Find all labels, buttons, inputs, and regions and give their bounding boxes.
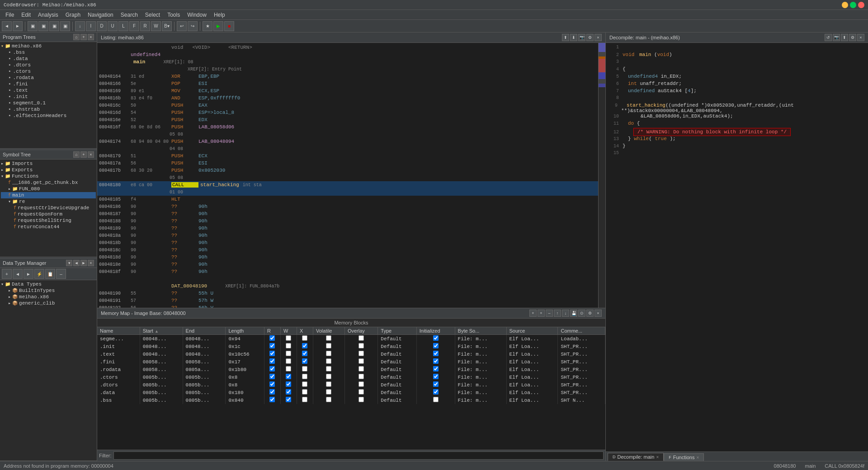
code-line-11[interactable]: 0804817b 68 30 20 PUSH 0x8052030: [97, 167, 598, 174]
code-line-16[interactable]: 08048189 90 ?? 90h: [97, 225, 598, 232]
tree-item-data[interactable]: ▪ .data: [1, 56, 96, 62]
toolbar-btn11[interactable]: R: [140, 21, 150, 31]
memory-btn5[interactable]: ↓: [562, 310, 569, 317]
decompile-close[interactable]: ×: [857, 34, 864, 41]
code-line-3[interactable]: 0804816b 83 e4 f0 AND ESP,0xfffffff0: [97, 94, 598, 102]
code-line-21[interactable]: 0804818e 90 ?? 90h: [97, 261, 598, 268]
listing-content[interactable]: void <VOID> <RETURN> undefined4 main XRE…: [97, 43, 598, 308]
memory-table-row[interactable]: .init08048...08048...0x1cDefaultFile: m.…: [97, 343, 605, 350]
code-line-18[interactable]: 0804818b 90 ?? 90h: [97, 239, 598, 246]
toolbar-btn8[interactable]: U: [108, 21, 118, 31]
code-line-10[interactable]: 0804817a 56 PUSH ESI: [97, 160, 598, 167]
memory-btn7[interactable]: ⊙: [578, 310, 585, 317]
toolbar-btn6[interactable]: I: [86, 21, 96, 31]
menu-analysis[interactable]: Analysis: [34, 11, 62, 19]
memory-btn3[interactable]: –: [546, 310, 553, 317]
functions-tab-close[interactable]: ×: [696, 455, 699, 460]
code-line-17[interactable]: 0804818a 90 ?? 90h: [97, 232, 598, 239]
dtm-item-datatypes[interactable]: ▾ 📁 Data Types: [1, 281, 96, 287]
menu-edit[interactable]: Edit: [18, 11, 34, 19]
memory-table-row[interactable]: .fini08058...08058...0x17DefaultFile: m.…: [97, 358, 605, 366]
listing-snapshot[interactable]: 📷: [578, 34, 585, 41]
col-length[interactable]: Length: [226, 327, 264, 335]
menu-navigation[interactable]: Navigation: [84, 11, 117, 19]
symbol-func-main[interactable]: f main: [1, 192, 96, 198]
dtm-toolbar-btn5[interactable]: 📋: [45, 269, 55, 279]
toolbar-btn9[interactable]: L: [118, 21, 128, 31]
menu-select[interactable]: Select: [142, 11, 164, 19]
menu-help[interactable]: Help: [210, 11, 229, 19]
code-line-20[interactable]: 0804818d 90 ?? 90h: [97, 254, 598, 261]
code-line-0[interactable]: 08048164 31 ed XOR EBP,EBP: [97, 73, 598, 80]
listing-settings[interactable]: ⚙: [586, 34, 594, 41]
symbol-func-re[interactable]: ▾ 📁 re: [1, 198, 96, 205]
memory-filter-input[interactable]: [113, 451, 604, 460]
memory-close[interactable]: ×: [594, 310, 602, 317]
menu-search[interactable]: Search: [117, 11, 142, 19]
memory-content[interactable]: Name Start ▲ End Length R W X Volatile O…: [97, 327, 605, 450]
code-line-4[interactable]: 0804816c 50 PUSH EAX: [97, 102, 598, 109]
tree-item-bss[interactable]: ▪ .bss: [1, 49, 96, 56]
toolbar-btn4[interactable]: ▣: [60, 21, 70, 31]
dtm-btn3[interactable]: ►: [80, 260, 87, 266]
memory-table-row[interactable]: segme...08048...08048...0x94DefaultFile:…: [97, 335, 605, 343]
col-initialized[interactable]: Initialized: [416, 327, 455, 335]
code-line-5[interactable]: 0804816d 54 PUSH ESP=>local_8: [97, 109, 598, 116]
col-name[interactable]: Name: [97, 327, 140, 335]
memory-table-row[interactable]: .ctors0805b...0805b...0x8DefaultFile: m.…: [97, 373, 605, 381]
memory-btn8[interactable]: ⚙: [586, 310, 594, 317]
col-r[interactable]: R: [264, 327, 280, 335]
code-line-15[interactable]: 08048188 90 ?? 90h: [97, 217, 598, 225]
memory-btn4[interactable]: ↑: [554, 310, 561, 317]
tree-item-rodata[interactable]: ▪ .rodata: [1, 75, 96, 81]
code-line-6[interactable]: 0804816e 52 PUSH EDX: [97, 116, 598, 123]
symbol-func-requestshell[interactable]: f requestShellString: [1, 217, 96, 224]
toolbar-run[interactable]: ▶: [213, 21, 223, 31]
memory-btn2[interactable]: +: [538, 310, 545, 317]
col-x[interactable]: X: [297, 327, 313, 335]
toolbar-stop[interactable]: ■: [224, 21, 234, 31]
code-line-14[interactable]: 08048187 90 ?? 90h: [97, 210, 598, 217]
code-line-24[interactable]: 08048191 57 ?? 57h W: [97, 297, 598, 304]
tree-item-dtors[interactable]: ▪ .dtors: [1, 62, 96, 68]
toolbar-btn2[interactable]: ▣: [38, 21, 48, 31]
listing-btn2[interactable]: ⬇: [570, 34, 577, 41]
col-w[interactable]: W: [280, 327, 297, 335]
memory-table-row[interactable]: .data0805b...0805b...0x180DefaultFile: m…: [97, 389, 605, 396]
symbol-imports[interactable]: ▸ 📁 Imports: [1, 160, 96, 167]
memory-table-row[interactable]: .rodata08058...0805a...0x1b80DefaultFile…: [97, 366, 605, 373]
tree-item-shstrtab[interactable]: ▪ .shstrtab: [1, 106, 96, 113]
dtm-item-gclib[interactable]: ▸ 📦 generic_clib: [1, 300, 96, 306]
menu-tools[interactable]: Tools: [164, 11, 184, 19]
code-line-8[interactable]: 08048174 68 94 80 04 80 PUSH LAB_0804809…: [97, 138, 598, 145]
decompile-tab-close[interactable]: ×: [656, 455, 659, 460]
dtm-toolbar-btn3[interactable]: ►: [24, 269, 33, 279]
tree-item-elfheaders[interactable]: ▪ .elfSectionHeaders: [1, 113, 96, 119]
col-bytesource[interactable]: Byte So...: [455, 327, 506, 335]
code-line-25[interactable]: 08048192 56 ?? 56h V: [97, 304, 598, 308]
memory-table-row[interactable]: .bss0805b...0805b...0x840DefaultFile: m.…: [97, 396, 605, 404]
symbol-exports[interactable]: ▸ 📁 Exports: [1, 167, 96, 173]
code-line-12[interactable]: 08048185 f4 HLT: [97, 196, 598, 203]
toolbar-btn12[interactable]: W: [151, 21, 161, 31]
dtm-item-builtin[interactable]: ▸ 📦 BuiltInTypes: [1, 287, 96, 294]
dtm-toolbar-btn1[interactable]: +: [2, 269, 12, 279]
col-end[interactable]: End: [183, 327, 226, 335]
tree-item-root[interactable]: ▾ 📁 meihao.x86: [1, 43, 96, 49]
symbol-func-returnconcat[interactable]: f returnConcat44: [1, 224, 96, 230]
toolbar-back[interactable]: ◄: [2, 21, 12, 31]
col-start[interactable]: Start ▲: [140, 327, 183, 335]
toolbar-btn13[interactable]: B▾: [162, 21, 172, 31]
memory-table-row[interactable]: .dtors0805b...0805b...0x8DefaultFile: m.…: [97, 381, 605, 389]
listing-btn1[interactable]: ⬆: [562, 34, 569, 41]
decompile-btn1[interactable]: ↺: [825, 34, 832, 41]
symbol-func-fun080[interactable]: ▸ 📁 FUN_080: [1, 186, 96, 192]
toolbar-btn5[interactable]: ↓: [75, 21, 85, 31]
listing-close[interactable]: ×: [594, 34, 602, 41]
dtm-toolbar-btn6[interactable]: –: [56, 269, 66, 279]
symbol-functions[interactable]: ▾ 📁 Functions: [1, 173, 96, 179]
col-source[interactable]: Source: [506, 327, 558, 335]
tree-item-init[interactable]: ▪ .init: [1, 94, 96, 100]
minimize-button[interactable]: [842, 2, 848, 8]
dtm-toolbar-btn2[interactable]: ◄: [13, 269, 23, 279]
